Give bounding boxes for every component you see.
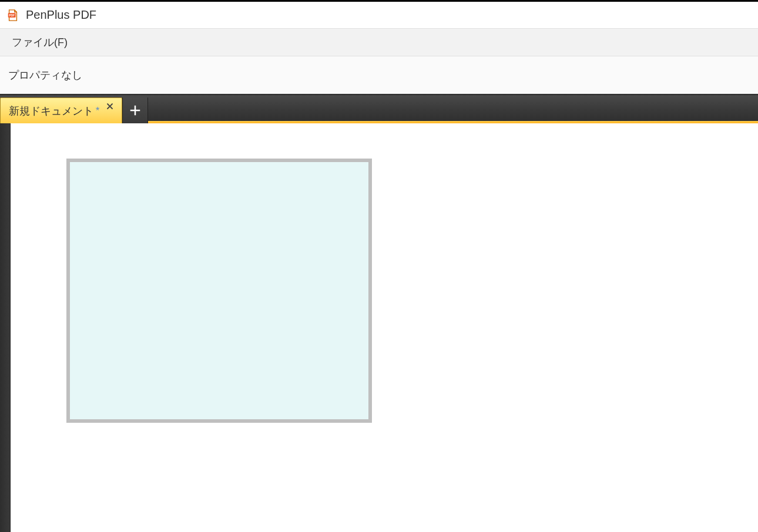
menu-bar: ファイル(F) — [0, 28, 758, 56]
menu-file[interactable]: ファイル(F) — [6, 32, 73, 53]
title-bar: PDF PenPlus PDF — [0, 2, 758, 28]
page-object[interactable] — [66, 159, 372, 423]
property-empty-label: プロパティなし — [8, 68, 82, 82]
pdf-app-icon: PDF — [6, 8, 20, 22]
document-canvas[interactable] — [11, 123, 758, 532]
property-bar: プロパティなし — [0, 56, 758, 94]
new-tab-button[interactable] — [122, 97, 148, 123]
svg-text:PDF: PDF — [9, 14, 15, 17]
document-tab[interactable]: 新規ドキュメント * — [0, 97, 122, 123]
left-gutter — [0, 123, 11, 532]
plus-icon — [129, 105, 141, 116]
close-icon — [106, 103, 113, 110]
tab-label: 新規ドキュメント — [9, 104, 93, 118]
app-title: PenPlus PDF — [26, 8, 96, 22]
tab-bar: 新規ドキュメント * — [0, 94, 758, 123]
tab-modified-marker: * — [96, 106, 99, 116]
document-wrapper — [0, 123, 758, 532]
close-tab-button[interactable] — [104, 100, 116, 112]
